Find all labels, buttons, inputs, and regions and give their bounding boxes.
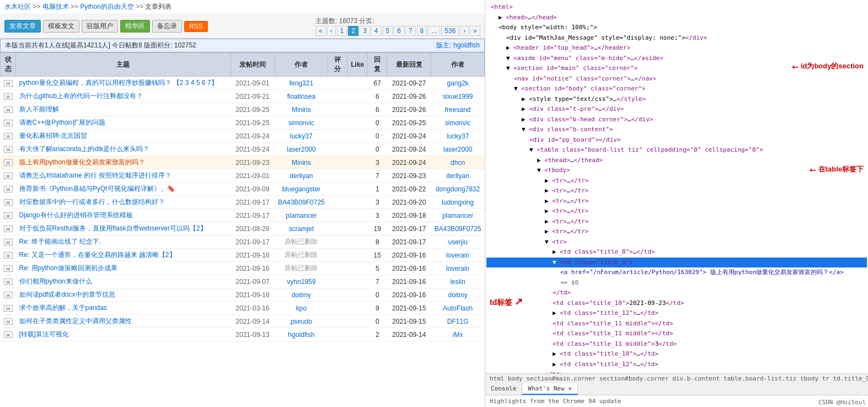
post-last-author-link[interactable]: plamancer bbox=[442, 212, 473, 219]
tree-node[interactable]: ▶ <tr>…</tr> bbox=[486, 206, 867, 217]
post-author-link[interactable]: pseudo bbox=[291, 318, 312, 325]
post-author-link[interactable]: bluegangster bbox=[282, 185, 320, 193]
tab-whats-new[interactable]: What's New × bbox=[522, 383, 577, 395]
post-author-link[interactable]: kpo bbox=[296, 304, 307, 312]
post-author-link[interactable]: hgoldfish bbox=[288, 331, 314, 339]
page-5[interactable]: 5 bbox=[383, 26, 393, 36]
post-title-link[interactable]: Django有什么好的进销存管理系统模板 bbox=[19, 211, 133, 219]
breadcrumb-section[interactable]: Python的自由天空 bbox=[80, 3, 133, 10]
post-last-author-link[interactable]: BA43B09F0725 bbox=[435, 225, 481, 233]
post-last-author-link[interactable]: doitmy bbox=[448, 291, 467, 299]
post-last-author-link[interactable]: DF11G bbox=[447, 318, 469, 325]
post-article-button[interactable]: 发表文章 bbox=[4, 20, 41, 33]
post-author-link[interactable]: scramjet bbox=[289, 225, 314, 233]
memo-button[interactable]: 备忘录 bbox=[152, 20, 182, 33]
post-last-author-link[interactable]: leslin bbox=[450, 278, 465, 286]
post-last-author-link[interactable]: AutoFlash bbox=[443, 304, 473, 312]
page-3[interactable]: 3 bbox=[360, 26, 370, 36]
post-title-link[interactable]: 版上有用python做量化交易发家致富的吗？ bbox=[19, 158, 145, 166]
tree-node[interactable]: </tr> bbox=[486, 369, 867, 373]
featured-button[interactable]: 精华区 bbox=[120, 20, 150, 33]
breadcrumb-home[interactable]: 水木社区 bbox=[4, 3, 31, 10]
post-title-link[interactable]: 如何读pdf或者docx中的章节信息 bbox=[19, 291, 115, 298]
tree-node[interactable]: ▶ <div class="b-head corner">…</div> bbox=[486, 115, 867, 125]
tree-node[interactable]: ▶ <div class="t-pre">…</div> bbox=[486, 104, 867, 115]
tree-node[interactable]: ▼ <section id="body" class="corner"> bbox=[486, 84, 867, 94]
post-author-link[interactable]: floatinsea bbox=[287, 93, 315, 100]
post-last-author-link[interactable]: lucky37 bbox=[447, 132, 469, 140]
post-title-link[interactable]: 对应数据库中的一行或者多行，什么数据结构好？ bbox=[19, 198, 165, 206]
post-last-author-link[interactable]: dhcn bbox=[451, 159, 465, 167]
tree-node[interactable]: ▶ <header id="top_head">…</header> bbox=[486, 43, 867, 53]
tree-node[interactable]: <html> bbox=[486, 2, 867, 13]
post-title-link[interactable]: 有大侠了解anaconda上的dtk是什么来头吗？ bbox=[19, 145, 150, 153]
page-6[interactable]: 6 bbox=[394, 26, 404, 36]
post-last-author-link[interactable]: simonvic bbox=[445, 119, 471, 127]
post-title-link[interactable]: 请教C++做Python扩展的问题 bbox=[19, 119, 105, 126]
page-end[interactable]: » bbox=[470, 26, 480, 36]
page-4[interactable]: 4 bbox=[371, 26, 382, 36]
post-last-author-link[interactable]: iMx bbox=[453, 331, 463, 339]
post-author-link[interactable]: feng321 bbox=[290, 79, 313, 87]
post-author-link[interactable]: BA43B09F0725 bbox=[278, 199, 325, 206]
post-title-link[interactable]: python量化交易编程，真的可以用程序炒股赚钱吗？ 【2 3 4 5 6 7】 bbox=[19, 79, 218, 87]
tree-node[interactable]: ▶ <tr>…</tr> bbox=[486, 217, 867, 227]
post-author-link[interactable]: vyhn1959 bbox=[287, 278, 315, 286]
tree-node[interactable]: </td> bbox=[486, 288, 867, 298]
post-last-author-link[interactable]: loverain bbox=[446, 265, 469, 272]
post-title-link[interactable]: 为什么github上有的代码一行注释都没有？ bbox=[19, 92, 143, 100]
post-author-link[interactable]: 原帖已删除 bbox=[285, 251, 318, 259]
post-author-link[interactable]: plamancer bbox=[286, 212, 317, 219]
page-8[interactable]: 8 bbox=[417, 26, 427, 36]
rss-button[interactable]: RSS bbox=[184, 21, 208, 32]
post-last-author-link[interactable]: ludongxing bbox=[442, 199, 474, 206]
post-title-link[interactable]: 如何在子类类属性定义中调用父类属性 bbox=[19, 317, 132, 325]
post-author-link[interactable]: derliyan bbox=[290, 172, 313, 180]
tree-node[interactable]: == $0 bbox=[486, 278, 867, 288]
resident-user-button[interactable]: 驻版用户 bbox=[82, 20, 118, 33]
post-title-link[interactable]: 量化私募招聘-北京国贸 bbox=[19, 132, 88, 140]
post-last-author-link[interactable]: derliyan bbox=[446, 172, 469, 180]
tree-node[interactable]: ▶ <tr>…</tr> bbox=[486, 186, 867, 196]
page-first[interactable]: « bbox=[315, 26, 326, 36]
breadcrumb-category[interactable]: 电脑技术 bbox=[42, 3, 69, 10]
post-title-link[interactable]: 新人不能理解 bbox=[19, 105, 59, 113]
tree-node[interactable]: ▶ <tr>…</tr> bbox=[486, 176, 867, 186]
post-last-author-link[interactable]: freesand bbox=[445, 106, 471, 114]
tree-node[interactable]: <td class="title_11 middle"></td> bbox=[486, 329, 867, 339]
post-title-link[interactable]: [转载]算法可视化 bbox=[19, 330, 69, 338]
post-author-link[interactable]: 原帖已删除 bbox=[285, 264, 318, 272]
post-last-author-link[interactable]: userjiu bbox=[448, 238, 467, 246]
page-7[interactable]: 7 bbox=[405, 26, 416, 36]
post-author-link[interactable]: laser2000 bbox=[287, 146, 316, 153]
page-2[interactable]: 2 bbox=[348, 26, 358, 36]
post-title-link[interactable]: Re: 用python做策略回测初步成果 bbox=[19, 264, 117, 272]
tree-node[interactable]: ▼ <td class="title_9"> bbox=[486, 258, 867, 268]
tree-node[interactable]: <td class="title_11 middle"></td> bbox=[486, 319, 867, 329]
tree-node[interactable]: <a href="/nForum/article/Python/163029">… bbox=[486, 267, 867, 278]
tree-node[interactable]: ▶ <head>…</head> bbox=[486, 13, 867, 23]
post-last-author-link[interactable]: laser2000 bbox=[443, 146, 473, 153]
post-title-link[interactable]: 请教怎么对dataframe 的行 按照特定顺序进行排序？ bbox=[19, 172, 172, 179]
devtools-code-area[interactable]: <html>▶ <head>…</head><body style="width… bbox=[485, 0, 868, 373]
tree-node[interactable]: ▶ <tr>…</tr> bbox=[486, 227, 867, 237]
post-last-author-link[interactable]: sixue1999 bbox=[443, 93, 473, 100]
tree-node[interactable]: <div id="MathJax_Message" style="display… bbox=[486, 33, 867, 44]
tree-node[interactable]: ▼ <tr> bbox=[486, 237, 867, 248]
post-last-author-link[interactable]: dongdong7832 bbox=[436, 185, 480, 193]
tree-node[interactable]: ▼ <div class="b-content"> bbox=[486, 125, 867, 135]
tree-node[interactable]: ▼ <table class="board-list tiz" cellpadd… bbox=[486, 145, 867, 156]
post-title-link[interactable]: 推荐新书《Python基础与PyQt可视化编程详解》。🔖 bbox=[19, 185, 175, 192]
post-author-link[interactable]: simonvic bbox=[288, 119, 314, 127]
tab-console[interactable]: Console bbox=[485, 383, 522, 395]
post-last-author-link[interactable]: loverain bbox=[446, 251, 469, 259]
template-post-button[interactable]: 模板发文 bbox=[43, 20, 79, 33]
post-title-link[interactable]: 你们都用python来做什么 bbox=[19, 277, 92, 285]
post-title-link[interactable]: Re: 终于能画出线了 纪念下, bbox=[19, 238, 101, 245]
page-last-num[interactable]: 536 bbox=[441, 26, 459, 36]
tree-node[interactable]: ▶ <style type="text/css">…</style> bbox=[486, 94, 867, 105]
tree-node[interactable]: <td class="title_10">2021-09-23</td> bbox=[486, 298, 867, 309]
post-last-author-link[interactable]: gang2k bbox=[447, 79, 468, 87]
tree-node[interactable]: ▶ <tr>…</tr> bbox=[486, 196, 867, 207]
page-1[interactable]: 1 bbox=[337, 26, 347, 36]
